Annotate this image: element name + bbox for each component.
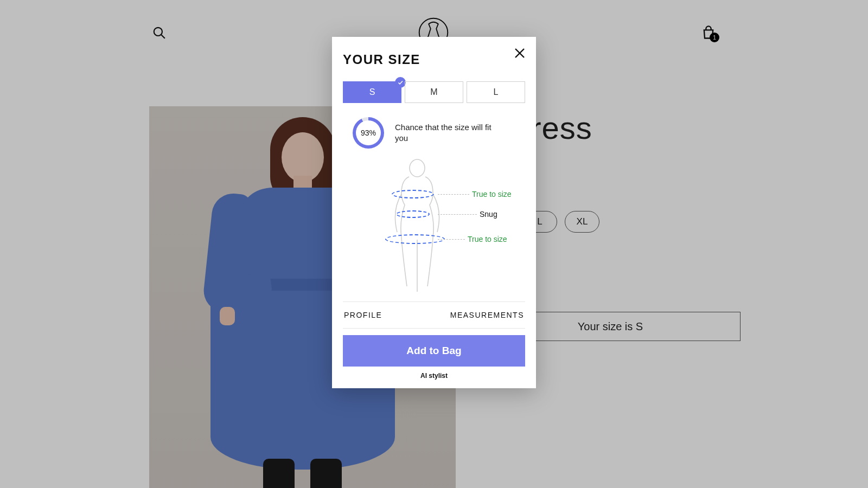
fit-percentage: 93% <box>356 120 381 145</box>
svg-point-5 <box>410 159 425 177</box>
fit-label-waist: Snug <box>480 210 497 219</box>
bust-band-icon <box>392 190 434 198</box>
fit-label-hip: True to size <box>468 235 507 243</box>
fit-label-bust: True to size <box>472 190 512 198</box>
close-button[interactable] <box>513 47 526 60</box>
leader-line <box>438 239 465 240</box>
modal-footer-links: PROFILE MEASUREMENTS <box>343 301 525 329</box>
hip-band-icon <box>385 234 445 244</box>
add-to-bag-button[interactable]: Add to Bag <box>343 335 525 367</box>
waist-band-icon <box>396 210 430 218</box>
modal-size-tabs: S M L <box>343 81 525 103</box>
ai-stylist-tag: AI stylist <box>343 372 525 380</box>
modal-size-l[interactable]: L <box>467 81 525 103</box>
modal-title: YOUR SIZE <box>343 52 525 67</box>
fit-description: Chance that the size will fit you <box>395 122 503 144</box>
modal-size-s-label: S <box>369 87 375 97</box>
profile-link[interactable]: PROFILE <box>344 311 382 319</box>
measurements-link[interactable]: MEASUREMENTS <box>450 311 524 319</box>
modal-size-s[interactable]: S <box>343 81 401 103</box>
leader-line <box>438 214 477 215</box>
leader-line <box>438 194 469 195</box>
size-modal: YOUR SIZE S M L 93% Chance that the size… <box>332 37 536 388</box>
check-icon <box>395 77 406 88</box>
fit-silhouette: True to size Snug True to size <box>343 158 525 299</box>
modal-size-m[interactable]: M <box>405 81 463 103</box>
fit-ring-icon: 93% <box>353 117 384 149</box>
fit-probability: 93% Chance that the size will fit you <box>343 117 525 149</box>
body-outline-icon <box>382 158 452 294</box>
